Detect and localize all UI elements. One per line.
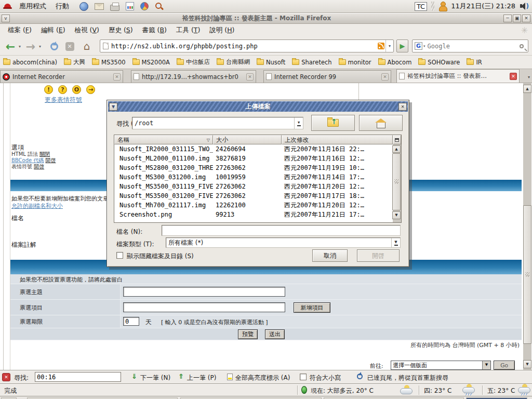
- findbar-close-icon[interactable]: ✕: [2, 373, 10, 381]
- list-scroll-down-icon[interactable]: ▼: [392, 211, 401, 219]
- email-icon[interactable]: [95, 3, 104, 10]
- smiley-question-icon[interactable]: ?: [58, 85, 67, 94]
- file-row[interactable]: Screenshot.png 99213 西元2007年11月21日 17:…: [114, 210, 393, 219]
- redhat-menu-icon[interactable]: [3, 3, 12, 10]
- smiley-exclaim-icon[interactable]: !: [44, 85, 53, 94]
- dialog-menu-button[interactable]: ▼: [109, 103, 117, 111]
- window-menu-button[interactable]: v: [2, 15, 10, 22]
- bookmark-item[interactable]: Nusoft: [257, 59, 285, 66]
- scroll-up-icon[interactable]: ▲: [523, 85, 531, 93]
- filetype-combo-arrow-icon[interactable]: ▼: [391, 238, 400, 247]
- submit-button[interactable]: 送出: [265, 329, 285, 339]
- url-dropdown-icon[interactable]: ▾: [385, 40, 393, 52]
- highlight-all-button[interactable]: 全部高亮度標示 (A): [235, 374, 290, 382]
- bookmark-item[interactable]: monitor: [339, 59, 371, 66]
- smiley-idea-icon[interactable]: ʘ: [72, 85, 81, 94]
- url-input[interactable]: [111, 43, 375, 50]
- bookmark-item[interactable]: IR: [467, 59, 482, 66]
- menu-H[interactable]: 說明 (H): [206, 24, 238, 36]
- cancel-button[interactable]: 取消: [312, 249, 348, 262]
- bookmark-item[interactable]: 台南縣網: [217, 58, 250, 66]
- applications-menu[interactable]: 應用程式: [17, 1, 48, 12]
- allowed-extensions-link[interactable]: 允許的副檔名和大小: [11, 202, 63, 210]
- match-case-checkbox[interactable]: [300, 374, 307, 380]
- menu-V[interactable]: 檢視 (V): [71, 24, 103, 36]
- up-folder-button[interactable]: ↑: [311, 115, 355, 131]
- more-smilies-link[interactable]: 更多表情符號: [45, 96, 82, 104]
- column-name[interactable]: 名稱▽: [114, 135, 213, 144]
- option-toggle-link[interactable]: 關閉: [39, 151, 50, 157]
- close-button[interactable]: ✕: [522, 15, 530, 22]
- panel-clock[interactable]: 11月21日(三) 21:28: [451, 2, 515, 11]
- jump-select[interactable]: 選擇一個版面 ▼: [391, 361, 491, 370]
- tab-close-icon[interactable]: ✕: [510, 73, 517, 80]
- search-big-icon[interactable]: [155, 2, 163, 10]
- volume-icon[interactable]: ): [520, 2, 529, 10]
- weather-thursday[interactable]: 四: 23° C: [424, 387, 451, 395]
- menu-T[interactable]: 工具 (T): [172, 24, 204, 36]
- bookmark-item[interactable]: 中信飯店: [177, 58, 210, 66]
- location-combo-arrow-icon[interactable]: ▼: [294, 117, 303, 129]
- column-modified[interactable]: 上次修改: [282, 135, 393, 144]
- option-toggle-link[interactable]: 開啓: [46, 157, 56, 163]
- jump-select-arrow-icon[interactable]: ▼: [482, 361, 490, 369]
- pie-chart-icon[interactable]: [140, 2, 149, 10]
- open-button[interactable]: 開啓: [357, 249, 400, 262]
- find-input[interactable]: [35, 372, 121, 382]
- dialog-titlebar[interactable]: ▼ 上傳檔案 ✕: [108, 101, 408, 112]
- url-bar[interactable]: ▾: [100, 39, 394, 52]
- page-scrollbar-thumb[interactable]: [523, 205, 531, 344]
- find-prev-button[interactable]: 上一筆 (P): [187, 374, 216, 382]
- menu-B[interactable]: 書籤 (B): [139, 24, 170, 36]
- file-row[interactable]: Nusoft_MS2800_031200_THRE… 27263062 西元20…: [114, 163, 393, 172]
- tab-1[interactable]: Internet Recorder ✕: [0, 70, 123, 83]
- file-row[interactable]: Nusoft_MS300_031200.img 10019959 西元2007年…: [114, 172, 393, 182]
- tab-close-icon[interactable]: ✕: [113, 73, 121, 81]
- reload-button[interactable]: [48, 37, 60, 56]
- engine-dropdown-icon[interactable]: ▾: [423, 44, 425, 48]
- file-row[interactable]: Nusoft_MS3500_031119_FIVE… 27263062 西元20…: [114, 182, 393, 191]
- menu-S[interactable]: 歷史 (S): [105, 24, 137, 36]
- web-browser-icon[interactable]: [79, 2, 88, 11]
- dialog-close-icon[interactable]: ✕: [398, 103, 407, 111]
- bookmark-item[interactable]: Sharetech: [292, 59, 331, 66]
- chart-icon[interactable]: [126, 2, 134, 10]
- bookmark-item[interactable]: 大興: [64, 58, 85, 66]
- home-button[interactable]: ⌂: [80, 37, 94, 56]
- file-row[interactable]: Nusoft_MS3500_031200_FIVE… 27263062 西元20…: [114, 191, 393, 201]
- search-input[interactable]: [428, 43, 517, 50]
- forward-dropdown[interactable]: ▾: [37, 37, 43, 56]
- file-row[interactable]: Nusoft_IR2000_031115_TWO_… 24260694 西元20…: [114, 144, 393, 154]
- column-options-icon[interactable]: [393, 135, 401, 144]
- add-option-button[interactable]: 新增項目: [294, 302, 330, 313]
- location-combo[interactable]: /root ▼: [132, 117, 303, 129]
- stop-button[interactable]: ✕: [63, 37, 76, 56]
- tab-4[interactable]: 裕笠科技討論專區 :: 發表新… ✕: [396, 69, 520, 83]
- online-indicator-icon[interactable]: [301, 386, 307, 394]
- back-dropdown[interactable]: ▾: [17, 37, 22, 56]
- bookmark-item[interactable]: MS2000A: [132, 59, 170, 66]
- weather-now[interactable]: 現在: 大部多云, 20° C: [311, 387, 374, 395]
- menu-F[interactable]: 檔案 (F): [4, 24, 35, 36]
- filename-input[interactable]: [162, 225, 401, 236]
- forward-button[interactable]: →: [24, 37, 37, 56]
- bookmark-item[interactable]: Abocom: [378, 59, 412, 66]
- tab-3[interactable]: Internet Recorder 99 ✕: [263, 70, 391, 83]
- file-row[interactable]: Nusoft_ML2000_011100.img 38276819 西元2007…: [114, 154, 393, 163]
- preview-button[interactable]: 預覽: [238, 329, 258, 339]
- option-toggle-link[interactable]: 開啓: [34, 164, 44, 169]
- bookmark-item[interactable]: SOHOware: [418, 59, 460, 66]
- back-button[interactable]: ←: [4, 37, 17, 56]
- printer-icon[interactable]: [110, 5, 119, 11]
- bookmark-item[interactable]: MS3500: [92, 59, 126, 66]
- bookmark-item[interactable]: abocom(china): [3, 59, 57, 66]
- rss-icon[interactable]: [378, 43, 384, 49]
- search-icon[interactable]: [520, 44, 524, 48]
- file-list-scrollbar[interactable]: ▲ ▼: [393, 144, 401, 222]
- minimize-button[interactable]: ─: [503, 15, 512, 22]
- poll-length-input[interactable]: [123, 317, 139, 326]
- window-titlebar[interactable]: v 裕笠科技討論專區 :: 發表新主題 - Mozilla Firefox ─ …: [0, 14, 532, 24]
- actions-menu[interactable]: 行動: [54, 1, 71, 12]
- scroll-down-icon[interactable]: ▼: [523, 360, 531, 368]
- poll-topic-input[interactable]: [123, 287, 285, 297]
